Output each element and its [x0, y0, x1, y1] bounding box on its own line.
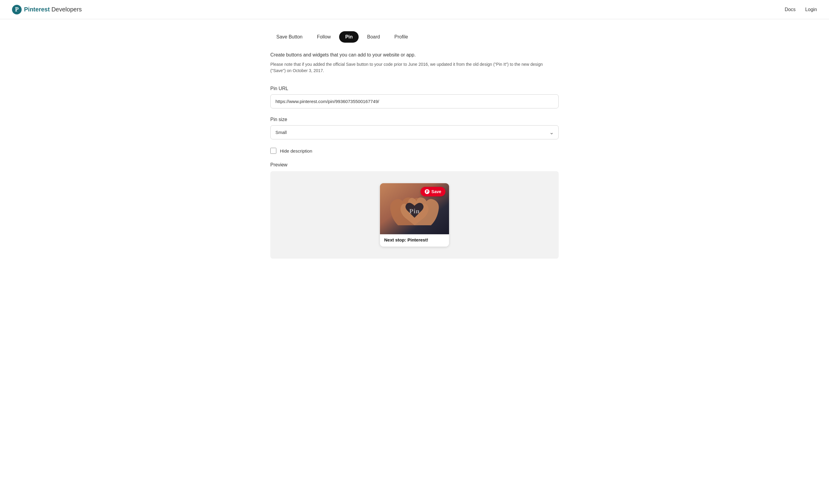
pinterest-logo-icon: P [12, 5, 22, 14]
hide-description-checkbox[interactable] [270, 148, 276, 154]
header-nav: Docs Login [785, 7, 817, 12]
pin-url-input[interactable] [270, 94, 559, 108]
save-button-overlay[interactable]: P Save [421, 187, 445, 196]
pin-card-preview: Pin P Save Next stop: Pinterest! [380, 183, 449, 247]
hide-description-row: Hide description [270, 148, 559, 154]
svg-text:Pin: Pin [409, 207, 420, 215]
brand-pinterest: Pinterest [24, 6, 50, 12]
tab-follow[interactable]: Follow [311, 31, 337, 43]
widget-tabs: Save Button Follow Pin Board Profile [270, 31, 559, 43]
description-secondary: Please note that if you added the offici… [270, 61, 559, 74]
pin-size-select-wrapper: Small Medium Large ⌄ [270, 125, 559, 139]
save-button-label: Save [431, 189, 441, 194]
pin-size-select[interactable]: Small Medium Large [270, 125, 559, 139]
brand-developers: Developers [50, 6, 82, 12]
brand-logo-group: P Pinterest Developers [12, 5, 82, 14]
tab-board[interactable]: Board [361, 31, 386, 43]
tab-save-button[interactable]: Save Button [270, 31, 309, 43]
login-link[interactable]: Login [805, 7, 817, 12]
hide-description-label[interactable]: Hide description [280, 148, 312, 153]
docs-link[interactable]: Docs [785, 7, 795, 12]
pinterest-p-icon: P [425, 189, 430, 194]
tab-pin[interactable]: Pin [339, 31, 359, 43]
pin-image-wrapper: Pin P Save [380, 183, 449, 234]
pin-card-footer: Next stop: Pinterest! [380, 234, 449, 247]
pin-card-title: Next stop: Pinterest! [384, 237, 445, 242]
tab-profile[interactable]: Profile [388, 31, 414, 43]
preview-label: Preview [270, 162, 559, 168]
site-header: P Pinterest Developers Docs Login [0, 0, 829, 19]
preview-container: Pin P Save Next stop: Pinterest! [270, 171, 559, 259]
svg-text:P: P [15, 6, 19, 12]
pin-size-section: Pin size Small Medium Large ⌄ [270, 117, 559, 139]
pin-url-label: Pin URL [270, 86, 559, 91]
pin-url-section: Pin URL [270, 86, 559, 108]
description-primary: Create buttons and widgets that you can … [270, 52, 559, 58]
pin-size-label: Pin size [270, 117, 559, 122]
main-content: Save Button Follow Pin Board Profile Cre… [264, 19, 565, 271]
brand-name: Pinterest Developers [24, 6, 82, 13]
